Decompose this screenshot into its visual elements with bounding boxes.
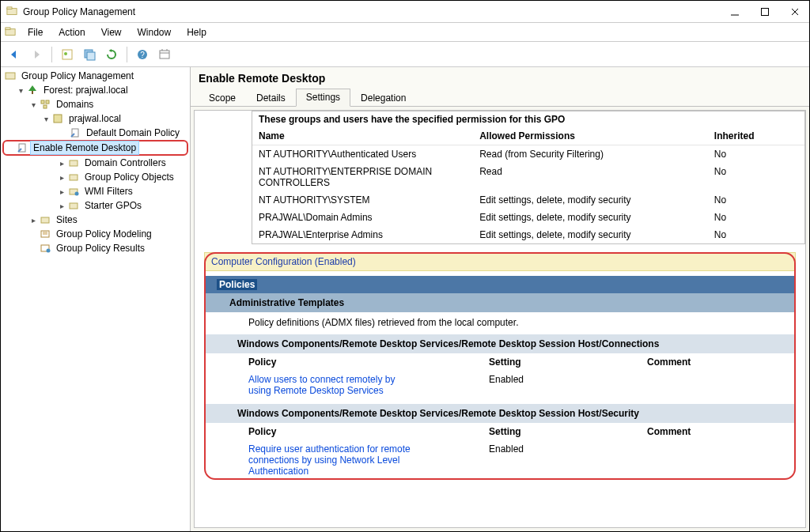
maximize-button[interactable] [759,6,771,18]
policy-comment [647,443,789,477]
menu-help[interactable]: Help [180,25,213,40]
system-menu-icon[interactable] [4,26,17,39]
tree-modeling[interactable]: Group Policy Modeling [1,227,190,241]
app-icon [6,6,18,18]
domains-icon [39,98,51,111]
tree-gpo[interactable]: ▸ Group Policy Objects [1,170,190,184]
svg-rect-7 [6,27,10,29]
svg-point-37 [47,249,51,253]
ou-icon [67,157,80,169]
calendar-button[interactable] [156,46,173,63]
policy-item-allow-remote: Allow users to connect remotely by using… [204,371,796,399]
section-policies[interactable]: Policies [204,276,796,293]
back-button[interactable] [6,46,23,63]
chevron-right-icon[interactable]: ▸ [56,187,67,196]
svg-rect-18 [6,73,15,79]
tree-sites[interactable]: ▸ Sites [1,213,190,227]
svg-rect-14 [160,51,169,58]
svg-point-9 [64,52,67,55]
minimize-button[interactable] [729,6,741,18]
svg-rect-3 [762,8,769,15]
section-admin-templates[interactable]: Administrative Templates [204,293,796,312]
gpm-icon [4,70,17,82]
tree-domain[interactable]: ▾ prajwal.local [1,111,190,126]
chevron-right-icon[interactable]: ▸ [56,159,67,168]
table-row[interactable]: NT AUTHORITY\ENTERPRISE DOMAIN CONTROLLE… [252,163,804,191]
tab-scope[interactable]: Scope [199,89,246,107]
gpo-link-icon [69,126,81,139]
menu-view[interactable]: View [95,25,128,40]
svg-rect-28 [70,175,78,180]
wmi-icon [67,185,80,198]
chevron-right-icon[interactable]: ▸ [56,202,67,210]
table-row[interactable]: NT AUTHORITY\Authenticated Users Read (f… [252,145,804,164]
domain-icon [51,112,64,125]
tree-starter[interactable]: ▸ Starter GPOs [1,198,190,213]
modeling-icon [39,228,51,240]
tree-root[interactable]: Group Policy Management [1,69,190,83]
svg-marker-19 [28,85,36,91]
new-window-button[interactable] [81,46,98,63]
menu-window[interactable]: Window [131,25,178,40]
window-titlebar: Group Policy Management [1,1,809,23]
forest-icon [26,84,39,96]
chevron-right-icon[interactable]: ▸ [28,216,39,224]
chevron-down-icon[interactable]: ▾ [40,115,51,123]
table-row[interactable]: NT AUTHORITY\SYSTEM Edit settings, delet… [252,191,804,209]
config-wrap: Computer Configuration (Enabled) Policie… [204,252,796,480]
content-pane: Enable Remote Desktop Scope Details Sett… [191,67,809,531]
tree-wmi[interactable]: ▸ WMI Filters [1,184,190,198]
policy-path-security[interactable]: Windows Components/Remote Desktop Servic… [204,404,796,423]
settings-body[interactable]: These groups and users have the specifie… [194,110,806,528]
nav-tree[interactable]: Group Policy Management ▾ Forest: prajwa… [1,67,191,531]
table-row[interactable]: PRAJWAL\Domain Admins Edit settings, del… [252,209,804,226]
tree-domain-controllers[interactable]: ▸ Domain Controllers [1,156,190,170]
chevron-down-icon[interactable]: ▾ [28,100,39,109]
menu-action[interactable]: Action [52,25,91,40]
tab-delegation[interactable]: Delegation [350,89,416,107]
chevron-right-icon[interactable]: ▸ [56,173,67,182]
policy-link[interactable]: Require user authentication for remote c… [248,443,414,477]
toolbar: ? [1,42,809,67]
permissions-panel: These groups and users have the specifie… [252,111,805,244]
tree-default-policy[interactable]: Default Domain Policy [1,126,190,140]
policy-setting: Enabled [489,443,647,477]
table-row[interactable]: PRAJWAL\Enterprise Admins Edit settings,… [252,226,804,243]
folder-icon [67,199,80,212]
policy-header: Policy Setting Comment [204,423,796,440]
content-title: Enable Remote Desktop [199,72,801,85]
tree-enable-rd[interactable]: Enable Remote Desktop [2,140,188,156]
policy-comment [647,374,789,396]
svg-rect-23 [44,105,47,108]
svg-rect-27 [70,160,78,166]
svg-rect-8 [62,50,72,59]
window-controls [729,6,804,18]
content-header: Enable Remote Desktop Scope Details Sett… [191,67,809,107]
svg-rect-20 [32,91,33,94]
refresh-button[interactable] [103,46,120,63]
policy-setting: Enabled [489,374,647,396]
admin-note: Policy definitions (ADMX files) retrieve… [204,312,796,334]
section-cc-enabled[interactable]: Computer Configuration (Enabled) [204,252,796,271]
folder-icon [67,171,80,183]
svg-rect-21 [41,100,44,104]
tab-details[interactable]: Details [246,89,296,107]
close-button[interactable] [789,6,801,18]
menu-file[interactable]: File [21,25,49,40]
menubar: File Action View Window Help [1,23,809,42]
help-button[interactable]: ? [134,46,151,63]
tree-forest[interactable]: ▾ Forest: prajwal.local [1,83,190,97]
policy-link[interactable]: Allow users to connect remotely by using… [248,374,414,396]
policy-path-connections[interactable]: Windows Components/Remote Desktop Servic… [204,334,796,353]
forward-button[interactable] [28,46,45,63]
tabstrip: Scope Details Settings Delegation [199,88,801,106]
results-icon [39,242,51,255]
svg-rect-11 [87,52,95,60]
chevron-down-icon[interactable]: ▾ [15,86,26,95]
properties-button[interactable] [59,46,76,63]
tab-settings[interactable]: Settings [296,89,350,107]
col-inherited: Inherited [708,127,804,145]
tree-results[interactable]: Group Policy Results [1,241,190,255]
policy-item-nla: Require user authentication for remote c… [204,440,796,480]
tree-domains[interactable]: ▾ Domains [1,97,190,111]
